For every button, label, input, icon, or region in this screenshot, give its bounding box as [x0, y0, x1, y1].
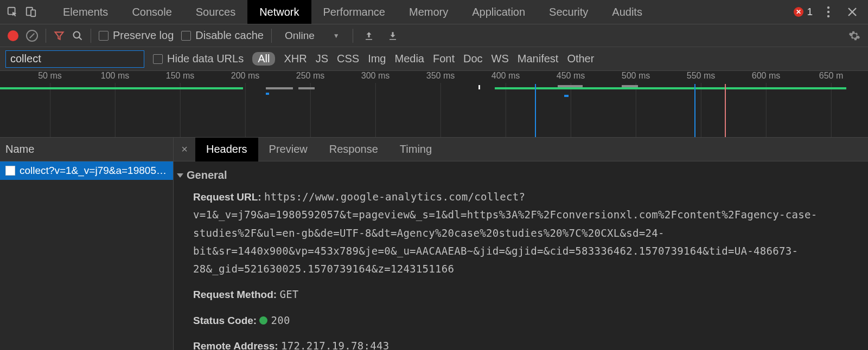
detail-tab-headers[interactable]: Headers — [195, 138, 258, 161]
svg-rect-2 — [31, 10, 35, 16]
filter-type-all[interactable]: All — [252, 52, 275, 66]
separator — [353, 29, 353, 43]
devtools-panel-tabs: Elements Console Sources Network Perform… — [51, 0, 654, 24]
remote-address-row: Remote Address: 172.217.19.78:443 — [193, 337, 863, 350]
overview-bar — [298, 87, 315, 89]
disable-cache-checkbox[interactable]: Disable cache — [181, 29, 264, 42]
request-method-row: Request Method: GET — [193, 286, 863, 303]
filter-type-media[interactable]: Media — [394, 53, 424, 65]
remote-address-label: Remote Address: — [193, 340, 278, 350]
status-code-value: 200 — [259, 314, 290, 326]
close-devtools-icon[interactable] — [844, 4, 860, 20]
filter-type-img[interactable]: Img — [368, 53, 386, 65]
tab-sources[interactable]: Sources — [184, 0, 247, 24]
tab-security[interactable]: Security — [537, 0, 600, 24]
overview-tick: 150 ms — [166, 71, 194, 81]
file-icon — [5, 166, 15, 176]
overview-bar — [0, 87, 243, 89]
checkbox-icon — [181, 31, 191, 41]
disclosure-triangle-icon — [177, 173, 183, 178]
request-detail-pane: × Headers Preview Response Timing Genera… — [174, 138, 868, 350]
request-list-header-name[interactable]: Name — [0, 138, 173, 161]
record-button[interactable] — [8, 30, 18, 41]
svg-point-5 — [827, 15, 829, 17]
detail-body[interactable]: General Request URL: https://www.google-… — [174, 161, 868, 350]
status-ok-icon — [259, 316, 267, 325]
overview-tick: 250 ms — [296, 71, 324, 81]
request-row[interactable]: collect?v=1&_v=j79&a=19805… — [0, 161, 173, 180]
kebab-menu-icon[interactable] — [820, 4, 837, 20]
tab-console[interactable]: Console — [120, 0, 183, 24]
filter-row: Hide data URLs All XHR JS CSS Img Media … — [0, 47, 868, 70]
detail-tabs: × Headers Preview Response Timing — [174, 138, 868, 161]
status-code-row: Status Code: 200 — [193, 312, 863, 329]
tab-memory[interactable]: Memory — [397, 0, 460, 24]
network-main: Name collect?v=1&_v=j79&a=19805… × Heade… — [0, 138, 868, 350]
network-overview[interactable]: 50 ms 100 ms 150 ms 200 ms 250 ms 300 ms… — [0, 70, 868, 138]
filter-type-ws[interactable]: WS — [492, 53, 509, 65]
overview-tick: 550 ms — [687, 71, 715, 81]
overview-load-line — [725, 84, 726, 137]
detail-tab-response[interactable]: Response — [318, 138, 389, 161]
overview-bar — [478, 85, 480, 89]
throttling-select[interactable]: Online ▼ — [279, 30, 345, 42]
throttling-value: Online — [285, 30, 315, 42]
overview-domcontent-line — [535, 84, 536, 137]
search-icon[interactable] — [72, 30, 83, 41]
request-method-label: Request Method: — [193, 289, 277, 300]
remote-address-value: 172.217.19.78:443 — [281, 340, 390, 350]
filter-input[interactable] — [5, 50, 144, 68]
checkbox-icon — [153, 54, 163, 64]
tab-application[interactable]: Application — [460, 0, 537, 24]
overview-tick: 50 ms — [38, 71, 62, 81]
overview-bar — [266, 87, 293, 89]
filter-type-xhr[interactable]: XHR — [284, 53, 307, 65]
overview-bar — [622, 85, 638, 87]
disable-cache-label: Disable cache — [195, 29, 264, 42]
resource-type-filters: All XHR JS CSS Img Media Font Doc WS Man… — [252, 52, 594, 66]
clear-button[interactable] — [26, 30, 38, 42]
close-detail-icon[interactable]: × — [174, 143, 195, 155]
overview-tick: 300 ms — [361, 71, 390, 81]
overview-tick: 650 m — [819, 71, 843, 81]
request-url-label: Request URL: — [193, 191, 261, 203]
filter-type-doc[interactable]: Doc — [463, 53, 483, 65]
tab-audits[interactable]: Audits — [600, 0, 654, 24]
filter-type-css[interactable]: CSS — [337, 53, 359, 65]
request-url-value: https://www.google-analytics.com/collect… — [193, 191, 817, 275]
tab-elements[interactable]: Elements — [51, 0, 120, 24]
network-toolbar: Preserve log Disable cache Online ▼ — [0, 24, 868, 47]
svg-point-6 — [74, 31, 80, 38]
filter-type-font[interactable]: Font — [433, 53, 455, 65]
filter-type-manifest[interactable]: Manifest — [518, 53, 559, 65]
hide-data-urls-checkbox[interactable]: Hide data URLs — [153, 53, 244, 65]
download-har-icon[interactable] — [385, 28, 401, 44]
error-count-badge[interactable]: ✕ 1 — [794, 6, 813, 18]
overview-tick: 100 ms — [101, 71, 129, 81]
detail-tab-timing[interactable]: Timing — [389, 138, 443, 161]
devtools-topbar: Elements Console Sources Network Perform… — [0, 0, 868, 24]
overview-bar — [564, 95, 569, 97]
inspect-element-icon[interactable] — [4, 4, 21, 20]
request-row-name: collect?v=1&_v=j79&a=19805… — [20, 165, 167, 177]
filter-toggle-icon[interactable] — [54, 30, 65, 41]
detail-tab-preview[interactable]: Preview — [258, 138, 318, 161]
tab-network[interactable]: Network — [247, 0, 311, 24]
upload-har-icon[interactable] — [361, 28, 377, 44]
overview-tick: 500 ms — [622, 71, 650, 81]
settings-gear-icon[interactable] — [846, 28, 863, 44]
general-section-header[interactable]: General — [177, 169, 863, 182]
filter-type-other[interactable]: Other — [567, 53, 594, 65]
hide-data-urls-label: Hide data URLs — [167, 53, 244, 65]
overview-tick: 450 ms — [557, 71, 585, 81]
error-icon: ✕ — [794, 7, 803, 17]
overview-tick: 350 ms — [426, 71, 455, 81]
general-label: General — [187, 169, 227, 182]
preserve-log-checkbox[interactable]: Preserve log — [99, 29, 174, 42]
error-count-value: 1 — [807, 6, 813, 18]
request-method-value: GET — [279, 288, 298, 300]
filter-type-js[interactable]: JS — [316, 53, 328, 65]
svg-point-4 — [827, 11, 829, 13]
device-toggle-icon[interactable] — [23, 4, 39, 20]
tab-performance[interactable]: Performance — [311, 0, 398, 24]
